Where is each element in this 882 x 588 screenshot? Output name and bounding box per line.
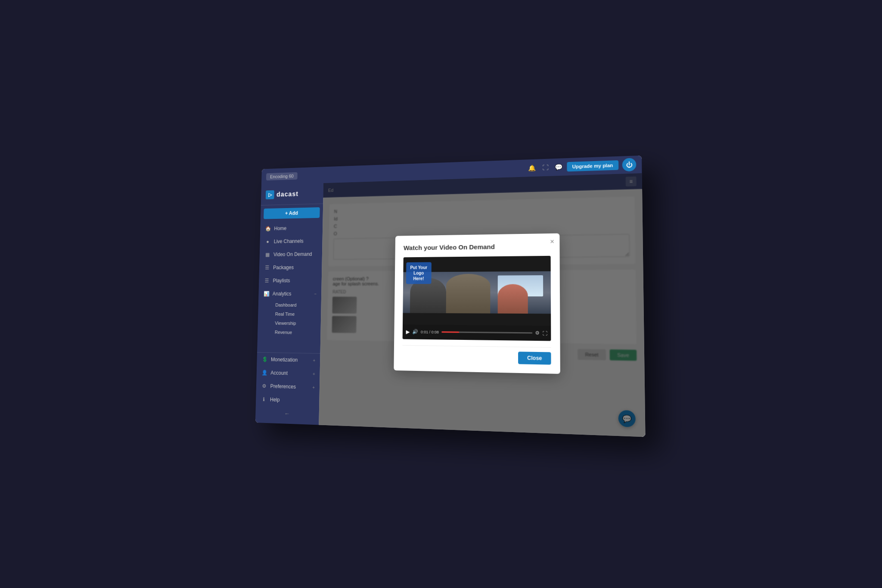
sidebar-item-dashboard[interactable]: Dashboard	[270, 300, 321, 310]
analytics-submenu: Dashboard Real Time Viewership Revenue	[258, 300, 321, 337]
playlists-icon: ☰	[264, 277, 270, 284]
packages-icon: ☰	[264, 264, 270, 271]
progress-bar[interactable]	[441, 331, 532, 333]
power-button[interactable]: ⏻	[622, 158, 637, 171]
fullscreen-icon[interactable]: ⛶	[542, 330, 547, 336]
home-icon: 🏠	[265, 225, 271, 232]
preferences-expand: +	[312, 385, 315, 389]
letterbox-bottom	[403, 313, 551, 325]
sidebar-bottom: 💲 Monetization + 👤 Account + ⚙ Preferenc…	[255, 352, 320, 425]
screen-wrapper: Encoding 60 🔔 ⛶ 💬 Upgrade my plan ⏻ ▷ da…	[255, 155, 646, 436]
realtime-label: Real Time	[275, 311, 295, 317]
modal-close-button[interactable]: ×	[550, 238, 554, 246]
settings-icon[interactable]: ⚙	[535, 330, 540, 336]
time-display: 0:01 / 0:08	[421, 330, 439, 334]
sidebar-item-realtime[interactable]: Real Time	[270, 309, 321, 319]
close-button[interactable]: Close	[518, 351, 551, 364]
sidebar-item-live-channels[interactable]: ● Live Channels	[260, 234, 323, 248]
help-icon: ℹ	[261, 396, 267, 403]
sidebar-item-label: Analytics	[273, 291, 311, 296]
video-controls: ▶ 🔊 0:01 / 0:08 ⚙ ⛶	[403, 324, 551, 341]
sidebar-logo: ▷ dacast	[261, 183, 323, 205]
person-right	[498, 284, 528, 314]
sidebar-item-label: Packages	[273, 264, 317, 270]
live-icon: ●	[264, 238, 271, 245]
analytics-icon: 📊	[263, 290, 270, 297]
viewership-label: Viewership	[275, 320, 296, 326]
sidebar-item-home[interactable]: 🏠 Home	[260, 221, 323, 235]
person-center	[446, 274, 491, 313]
upgrade-button[interactable]: Upgrade my plan	[567, 160, 618, 171]
modal-title: Watch your Video On Demand	[404, 242, 551, 251]
logo-line2: Logo	[413, 271, 424, 275]
modal: × Watch your Video On Demand	[394, 233, 560, 373]
expand-icon[interactable]: ⛶	[541, 163, 550, 172]
collapse-arrow[interactable]: ←	[255, 406, 319, 421]
sidebar-item-viewership[interactable]: Viewership	[270, 318, 321, 328]
add-button[interactable]: + Add	[264, 207, 320, 219]
modal-footer: Close	[402, 345, 551, 364]
sidebar-item-preferences[interactable]: ⚙ Preferences +	[256, 379, 320, 394]
video-scene: Put Your Logo Here! ▶ 🔊 0:01 / 0:08	[403, 256, 551, 341]
account-expand: +	[313, 371, 315, 376]
sidebar-item-label: Preferences	[270, 383, 309, 390]
sidebar-item-playlists[interactable]: ☰ Playlists	[259, 274, 322, 287]
sidebar-item-revenue[interactable]: Revenue	[270, 327, 321, 337]
sidebar-item-monetization[interactable]: 💲 Monetization +	[257, 352, 320, 367]
sidebar-item-packages[interactable]: ☰ Packages	[259, 261, 322, 274]
play-button[interactable]: ▶	[406, 329, 410, 335]
account-icon: 👤	[261, 369, 267, 376]
logo-icon: ▷	[266, 190, 274, 199]
progress-fill	[441, 331, 459, 333]
volume-icon[interactable]: 🔊	[412, 329, 418, 334]
sidebar-item-vod[interactable]: ▦ Video On Demand	[259, 247, 322, 261]
monetization-expand: +	[313, 358, 315, 362]
top-bar-icons: 🔔 ⛶ 💬	[528, 162, 563, 172]
sidebar-item-label: Playlists	[273, 277, 317, 283]
sidebar-item-label: Home	[274, 225, 318, 231]
monetization-icon: 💲	[261, 356, 268, 363]
modal-overlay: × Watch your Video On Demand	[319, 173, 645, 436]
logo-line3: Here!	[413, 276, 424, 281]
sidebar-item-analytics[interactable]: 📊 Analytics −	[258, 287, 321, 300]
sidebar-item-label: Live Channels	[274, 238, 318, 244]
video-container: Put Your Logo Here! ▶ 🔊 0:01 / 0:08	[403, 256, 551, 341]
app-layout: ▷ dacast + Add 🏠 Home ● Live Channels ▦ …	[255, 173, 646, 436]
chat-icon[interactable]: 💬	[554, 162, 563, 171]
logo-text: dacast	[276, 190, 298, 198]
sidebar-item-account[interactable]: 👤 Account +	[256, 366, 320, 380]
sidebar-item-label: Video On Demand	[273, 251, 317, 257]
bell-icon[interactable]: 🔔	[528, 163, 537, 172]
sidebar: ▷ dacast + Add 🏠 Home ● Live Channels ▦ …	[255, 183, 323, 425]
sidebar-item-label: Account	[270, 370, 309, 376]
dashboard-label: Dashboard	[275, 302, 296, 308]
sidebar-item-help[interactable]: ℹ Help	[256, 392, 320, 408]
main-content: Ed ≡ N Id C O creen (Optional) ? age for…	[319, 173, 645, 436]
sidebar-item-label: Help	[270, 396, 315, 404]
logo-overlay: Put Your Logo Here!	[406, 262, 432, 284]
preferences-icon: ⚙	[261, 383, 267, 389]
revenue-label: Revenue	[275, 330, 292, 335]
vod-icon: ▦	[264, 251, 270, 258]
logo-line1: Put Your	[410, 265, 427, 270]
sidebar-item-label: Monetization	[271, 356, 310, 363]
analytics-collapse: −	[314, 291, 317, 296]
tab-indicator: Encoding 60	[266, 172, 298, 180]
